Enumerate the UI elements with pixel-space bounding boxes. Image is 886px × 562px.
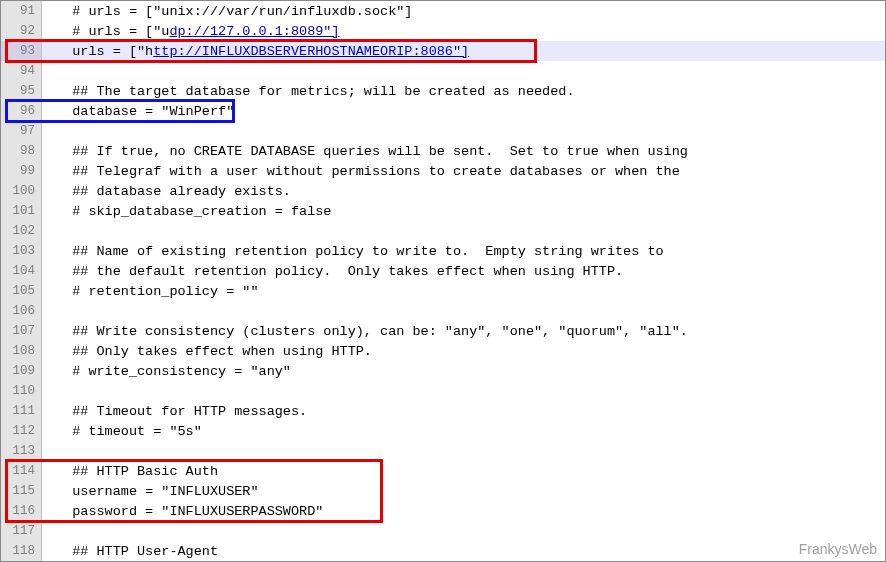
line-number: 118	[1, 541, 41, 561]
line-number: 98	[1, 141, 41, 161]
code-content[interactable]: ## If true, no CREATE DATABASE queries w…	[42, 141, 885, 161]
code-line[interactable]: 108 ## Only takes effect when using HTTP…	[1, 341, 885, 361]
code-line[interactable]: 104 ## the default retention policy. Onl…	[1, 261, 885, 281]
line-number: 102	[1, 221, 41, 241]
url-link[interactable]: ttp://INFLUXDBSERVERHOSTNAMEORIP:8086"]	[153, 44, 469, 59]
line-number: 107	[1, 321, 41, 341]
code-line[interactable]: 99 ## Telegraf with a user without permi…	[1, 161, 885, 181]
code-content[interactable]: ## Timeout for HTTP messages.	[42, 401, 885, 421]
code-content[interactable]	[42, 61, 885, 81]
line-number: 112	[1, 421, 41, 441]
code-content[interactable]: # urls = ["udp://127.0.0.1:8089"]	[42, 21, 885, 41]
line-number: 95	[1, 81, 41, 101]
code-line[interactable]: 118 ## HTTP User-Agent	[1, 541, 885, 561]
line-number: 110	[1, 381, 41, 401]
code-editor[interactable]: 91 # urls = ["unix:///var/run/influxdb.s…	[1, 1, 885, 561]
code-content[interactable]: # timeout = "5s"	[42, 421, 885, 441]
code-line[interactable]: 114 ## HTTP Basic Auth	[1, 461, 885, 481]
line-number: 92	[1, 21, 41, 41]
code-line[interactable]: 97	[1, 121, 885, 141]
line-number: 101	[1, 201, 41, 221]
code-line[interactable]: 91 # urls = ["unix:///var/run/influxdb.s…	[1, 1, 885, 21]
code-line[interactable]: 107 ## Write consistency (clusters only)…	[1, 321, 885, 341]
line-number: 117	[1, 521, 41, 541]
code-content[interactable]: ## The target database for metrics; will…	[42, 81, 885, 101]
line-number: 106	[1, 301, 41, 321]
code-content[interactable]: ## HTTP User-Agent	[42, 541, 885, 561]
code-content[interactable]: ## Name of existing retention policy to …	[42, 241, 885, 261]
code-content[interactable]: database = "WinPerf"	[42, 101, 885, 121]
code-line[interactable]: 111 ## Timeout for HTTP messages.	[1, 401, 885, 421]
line-number: 91	[1, 1, 41, 21]
code-content[interactable]: # skip_database_creation = false	[42, 201, 885, 221]
code-content[interactable]: ## HTTP Basic Auth	[42, 461, 885, 481]
code-line[interactable]: 100 ## database already exists.	[1, 181, 885, 201]
code-content[interactable]: password = "INFLUXUSERPASSWORD"	[42, 501, 885, 521]
code-line[interactable]: 116 password = "INFLUXUSERPASSWORD"	[1, 501, 885, 521]
code-content[interactable]	[42, 521, 885, 541]
code-line[interactable]: 113	[1, 441, 885, 461]
code-content[interactable]: ## database already exists.	[42, 181, 885, 201]
code-line[interactable]: 95 ## The target database for metrics; w…	[1, 81, 885, 101]
code-line[interactable]: 115 username = "INFLUXUSER"	[1, 481, 885, 501]
code-content[interactable]: # urls = ["unix:///var/run/influxdb.sock…	[42, 1, 885, 21]
code-content[interactable]: ## the default retention policy. Only ta…	[42, 261, 885, 281]
code-line[interactable]: 92 # urls = ["udp://127.0.0.1:8089"]	[1, 21, 885, 41]
code-line[interactable]: 96 database = "WinPerf"	[1, 101, 885, 121]
code-content[interactable]	[42, 221, 885, 241]
line-number: 105	[1, 281, 41, 301]
line-number: 113	[1, 441, 41, 461]
code-line[interactable]: 117	[1, 521, 885, 541]
line-number: 94	[1, 61, 41, 81]
line-number: 108	[1, 341, 41, 361]
line-number: 97	[1, 121, 41, 141]
code-line[interactable]: 94	[1, 61, 885, 81]
code-line[interactable]: 106	[1, 301, 885, 321]
code-content[interactable]: username = "INFLUXUSER"	[42, 481, 885, 501]
line-number: 104	[1, 261, 41, 281]
code-line[interactable]: 105 # retention_policy = ""	[1, 281, 885, 301]
code-content[interactable]: ## Write consistency (clusters only), ca…	[42, 321, 885, 341]
code-line[interactable]: 112 # timeout = "5s"	[1, 421, 885, 441]
code-content[interactable]	[42, 121, 885, 141]
line-number: 111	[1, 401, 41, 421]
line-number: 100	[1, 181, 41, 201]
code-content[interactable]	[42, 381, 885, 401]
line-number: 116	[1, 501, 41, 521]
code-line[interactable]: 101 # skip_database_creation = false	[1, 201, 885, 221]
code-line[interactable]: 98 ## If true, no CREATE DATABASE querie…	[1, 141, 885, 161]
line-number: 114	[1, 461, 41, 481]
url-link[interactable]: dp://127.0.0.1:8089"]	[169, 24, 339, 39]
line-number: 99	[1, 161, 41, 181]
code-line[interactable]: 109 # write_consistency = "any"	[1, 361, 885, 381]
line-number: 115	[1, 481, 41, 501]
line-number: 109	[1, 361, 41, 381]
code-line[interactable]: 102	[1, 221, 885, 241]
line-number: 103	[1, 241, 41, 261]
code-content[interactable]: ## Telegraf with a user without permissi…	[42, 161, 885, 181]
code-content[interactable]: urls = ["http://INFLUXDBSERVERHOSTNAMEOR…	[42, 41, 885, 61]
code-content[interactable]: # write_consistency = "any"	[42, 361, 885, 381]
code-content[interactable]	[42, 441, 885, 461]
line-number: 96	[1, 101, 41, 121]
watermark-text: FrankysWeb	[799, 541, 877, 557]
code-line[interactable]: 93 urls = ["http://INFLUXDBSERVERHOSTNAM…	[1, 41, 885, 61]
code-line[interactable]: 110	[1, 381, 885, 401]
code-line[interactable]: 103 ## Name of existing retention policy…	[1, 241, 885, 261]
code-content[interactable]: ## Only takes effect when using HTTP.	[42, 341, 885, 361]
line-number: 93	[1, 41, 41, 61]
code-content[interactable]: # retention_policy = ""	[42, 281, 885, 301]
code-content[interactable]	[42, 301, 885, 321]
